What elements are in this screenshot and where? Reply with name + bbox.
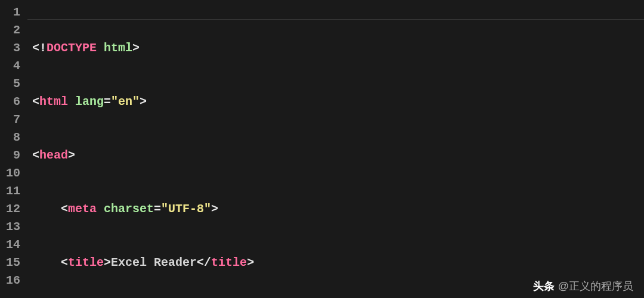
line-number: 11 [4,182,20,200]
code-line: <meta charset="UTF-8"> [32,200,638,218]
code-line: <!DOCTYPE html> [32,39,638,57]
watermark: 头条 @正义的程序员 [533,279,633,293]
line-number: 13 [4,218,20,236]
line-number: 1 [4,4,20,21]
line-number-gutter: 1 2 3 4 5 6 7 8 9 10 11 12 13 14 15 16 [0,0,26,298]
line-number: 4 [4,57,20,75]
code-line: <html lang="en"> [32,93,638,111]
line-number: 3 [4,39,20,57]
line-number: 7 [4,111,20,129]
code-line: <title>Excel Reader</title> [32,254,638,272]
line-number: 16 [4,272,20,290]
divider-line [27,19,644,20]
watermark-brand: 头条 [533,279,555,293]
line-number: 5 [4,75,20,93]
line-number: 14 [4,236,20,254]
line-number: 12 [4,200,20,218]
code-line: <head> [32,147,638,164]
line-number: 15 [4,254,20,272]
code-area[interactable]: <!DOCTYPE html> <html lang="en"> <head> … [26,0,644,298]
line-number: 10 [4,164,20,182]
line-number: 9 [4,147,20,164]
watermark-text: @正义的程序员 [558,279,633,293]
line-number: 8 [4,129,20,147]
line-number: 6 [4,93,20,111]
code-editor: 1 2 3 4 5 6 7 8 9 10 11 12 13 14 15 16 <… [0,0,644,298]
line-number: 2 [4,21,20,39]
